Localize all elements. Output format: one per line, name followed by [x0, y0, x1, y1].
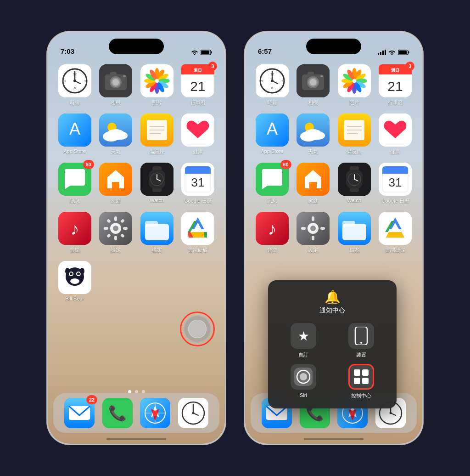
app-home-label: 家庭	[111, 198, 121, 204]
svg-rect-72	[114, 236, 117, 240]
app-music[interactable]: ♪ 音樂	[56, 212, 94, 254]
context-menu-grid: ★ 自訂 裝置	[277, 323, 387, 399]
app-gcal-r-label: Google 日曆	[381, 198, 409, 204]
app-photos[interactable]: 照片	[138, 64, 176, 106]
svg-rect-71	[114, 216, 117, 221]
app-settings[interactable]: 設定	[97, 212, 135, 254]
app-camera-label: 相機	[111, 99, 121, 106]
svg-rect-81	[145, 221, 158, 227]
app-gdrive[interactable]: 雲端硬碟	[179, 212, 217, 254]
status-icons-left	[191, 50, 212, 55]
svg-point-0	[194, 54, 196, 56]
camera-svg	[99, 64, 132, 97]
app-camera-r[interactable]: 相機	[295, 64, 332, 106]
app-health[interactable]: 健康	[179, 113, 217, 155]
clock-svg: 12 6 9 3	[58, 64, 91, 97]
svg-text:A: A	[267, 119, 278, 138]
svg-point-92	[70, 272, 73, 275]
svg-point-96	[80, 268, 84, 274]
device-icon-box	[348, 323, 374, 349]
context-item-device[interactable]: 裝置	[335, 323, 387, 358]
app-camera[interactable]: 相機	[97, 64, 135, 106]
messages-badge: 60	[83, 160, 94, 169]
settings-svg	[99, 212, 132, 245]
app-files[interactable]: 檔案	[138, 212, 176, 254]
app-appstore[interactable]: A App Store	[56, 113, 94, 155]
app-messages[interactable]: 60 訊息	[56, 163, 94, 204]
app-appstore-r-label: App Store	[261, 148, 283, 154]
app-notes[interactable]: 備忘錄	[138, 113, 176, 155]
app-music-label: 音樂	[70, 247, 80, 254]
app-calendar[interactable]: 週日 21 3 行事曆	[179, 64, 217, 106]
app-weather[interactable]: 天氣	[97, 113, 135, 155]
app-files-r[interactable]: 檔案	[336, 212, 373, 254]
dock-phone[interactable]: 📞	[102, 398, 133, 428]
context-item-control-center[interactable]: 控制中心	[335, 364, 387, 399]
app-billbear-label: Bill Bear	[65, 296, 84, 301]
app-health-label: 健康	[193, 148, 203, 155]
svg-rect-114	[382, 51, 384, 55]
siri-svg	[294, 368, 313, 386]
app-music-r[interactable]: ♪ 音樂	[253, 212, 291, 254]
app-settings-r-label: 設定	[308, 247, 318, 254]
phone-frame-right: 6:57	[244, 31, 423, 445]
wifi-icon-r	[388, 50, 396, 55]
context-item-customize[interactable]: ★ 自訂	[277, 323, 330, 358]
calendar-badge-r: 3	[405, 62, 414, 71]
dock-clock-icon	[178, 398, 208, 428]
safari-icon	[140, 398, 170, 428]
app-music-r-label: 音樂	[267, 247, 277, 254]
app-gcal[interactable]: 31 Google 日曆	[179, 163, 217, 204]
control-center-label: 控制中心	[351, 392, 371, 399]
app-appstore-label: App Store	[63, 148, 86, 154]
app-gcal-r[interactable]: 31 Google 日曆	[377, 163, 414, 204]
control-center-icon-box	[348, 364, 374, 390]
app-calendar-r[interactable]: 週日 21 3 行事曆	[377, 64, 414, 106]
app-clock[interactable]: 12 6 9 3 時鐘	[56, 64, 94, 106]
svg-point-133	[310, 79, 316, 85]
watch-svg	[140, 163, 173, 196]
app-messages-r-label: 訊息	[267, 198, 277, 204]
app-clock-r[interactable]: 12 6 9 3 時鐘	[253, 64, 291, 106]
svg-point-215	[300, 373, 307, 380]
app-files-r-label: 檔案	[349, 247, 359, 254]
context-menu: 🔔 通知中心 ★ 自訂	[268, 280, 397, 408]
svg-point-17	[112, 79, 119, 85]
svg-rect-190	[320, 227, 325, 230]
app-billbear[interactable]: Bill Bear	[56, 261, 94, 301]
status-time-left: 7:03	[61, 47, 74, 55]
app-messages-label: 訊息	[70, 198, 80, 204]
app-clock-r-label: 時鐘	[267, 99, 277, 106]
app-weather-r[interactable]: 天氣	[295, 113, 332, 155]
app-notes-r[interactable]: 備忘錄	[336, 113, 373, 155]
dock-safari[interactable]	[140, 398, 170, 428]
home-bar-right	[304, 438, 364, 440]
dock-mail[interactable]: 22	[64, 398, 95, 428]
customize-label: 自訂	[298, 351, 308, 358]
context-item-siri[interactable]: Siri	[277, 364, 330, 399]
dock-clock[interactable]	[178, 398, 208, 428]
app-watch-r[interactable]: Watch	[336, 163, 373, 204]
app-calendar-label: 行事曆	[190, 99, 206, 106]
app-notes-r-label: 備忘錄	[347, 148, 362, 155]
gcal-svg: 31	[181, 163, 214, 196]
app-appstore-r[interactable]: A App Store	[253, 113, 291, 155]
app-clock-label: 時鐘	[70, 99, 80, 106]
svg-rect-216	[354, 369, 360, 376]
app-gcal-label: Google 日曆	[184, 198, 212, 204]
svg-rect-134	[308, 72, 314, 75]
status-icons-right	[378, 50, 409, 55]
app-photos-r[interactable]: 照片	[336, 64, 373, 106]
app-home[interactable]: 家庭	[97, 163, 135, 204]
app-calendar-r-label: 行事曆	[388, 99, 403, 106]
app-watch[interactable]: Watch	[138, 163, 176, 204]
app-health-r[interactable]: 健康	[377, 113, 414, 155]
app-messages-r[interactable]: 60 訊息	[253, 163, 291, 204]
gdrive-svg	[181, 212, 214, 245]
svg-text:12: 12	[73, 73, 77, 76]
svg-text:3: 3	[281, 79, 283, 83]
app-gdrive-r[interactable]: 雲端硬碟	[377, 212, 414, 254]
app-home-r[interactable]: 家庭	[295, 163, 332, 204]
app-settings-r[interactable]: 設定	[295, 212, 332, 254]
svg-rect-112	[378, 53, 379, 55]
